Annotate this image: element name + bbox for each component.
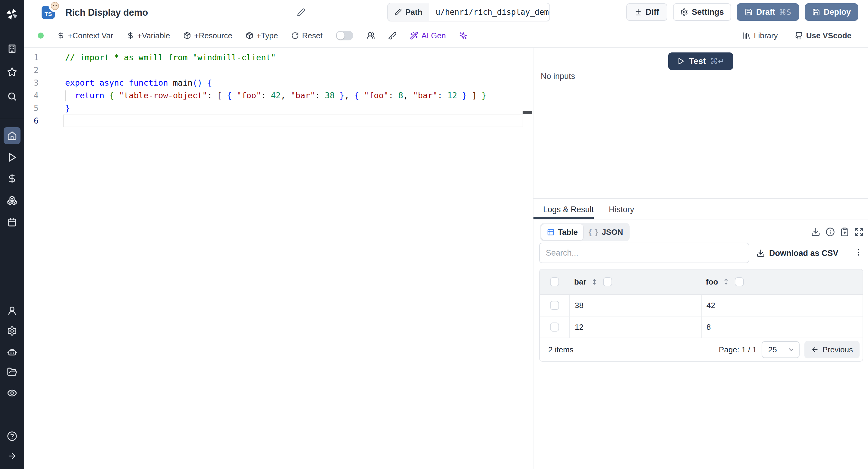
table-cell: 8 xyxy=(701,316,863,338)
code-editor[interactable]: 123456 // import * as wmill from "windmi… xyxy=(24,48,532,469)
sort-icon[interactable] xyxy=(590,278,598,286)
sidebar-item-schedules[interactable] xyxy=(0,217,24,227)
column-checkbox-foo[interactable] xyxy=(735,277,744,286)
ai-sparkles-button[interactable] xyxy=(459,31,467,40)
tab-history[interactable]: History xyxy=(609,202,634,217)
table-row: 128 xyxy=(540,316,863,338)
path-button[interactable]: Path u/henri/rich_display_demo xyxy=(387,3,550,22)
download-csv-button[interactable]: Download as CSV xyxy=(756,247,838,260)
panel-divider[interactable] xyxy=(533,198,868,199)
ai-gen-label: AI Gen xyxy=(421,31,446,40)
reset-button[interactable]: Reset xyxy=(291,31,322,40)
right-panel: Test ⌘↵ No inputs Logs & Result History … xyxy=(533,48,868,469)
dollar-icon xyxy=(127,32,134,39)
download-result-icon[interactable] xyxy=(811,227,820,237)
code-line xyxy=(65,64,523,76)
windmill-logo-icon[interactable] xyxy=(0,8,24,21)
select-all-checkbox[interactable] xyxy=(550,277,559,286)
row-checkbox[interactable] xyxy=(550,301,559,310)
line-number: 6 xyxy=(24,115,38,127)
sidebar-item-home[interactable] xyxy=(0,130,24,141)
sparkles-icon xyxy=(459,31,467,40)
previous-label: Previous xyxy=(823,345,853,354)
format-brush-button[interactable] xyxy=(388,31,397,40)
previous-page-button[interactable]: Previous xyxy=(804,341,860,358)
page-size-select[interactable]: 25 xyxy=(762,341,800,358)
table-cell: 12 xyxy=(569,316,701,338)
diff-icon xyxy=(634,8,642,16)
assistant-toggle[interactable] xyxy=(336,31,353,40)
column-header-bar: bar xyxy=(574,277,586,287)
test-label: Test xyxy=(689,56,706,66)
sidebar-expand-button[interactable] xyxy=(0,451,24,461)
reset-label: Reset xyxy=(302,31,322,40)
settings-button[interactable]: Settings xyxy=(673,3,731,21)
add-variable-button[interactable]: +Variable xyxy=(127,31,170,40)
save-icon xyxy=(812,8,820,16)
page-title: Rich Display demo xyxy=(65,7,148,18)
add-context-var-button[interactable]: +Context Var xyxy=(57,31,113,40)
use-vscode-button[interactable]: Use VScode xyxy=(795,31,851,40)
line-number: 5 xyxy=(24,102,38,115)
view-table-button[interactable]: Table xyxy=(541,224,583,240)
library-button[interactable]: Library xyxy=(742,31,778,40)
collab-users-button[interactable] xyxy=(367,31,375,40)
no-inputs-text: No inputs xyxy=(541,72,575,81)
diff-label: Diff xyxy=(646,7,659,17)
column-checkbox-bar[interactable] xyxy=(603,277,612,286)
deploy-label: Deploy xyxy=(824,7,851,17)
view-json-label: JSON xyxy=(601,227,623,237)
diff-button[interactable]: Diff xyxy=(626,3,667,21)
sidebar-item-workers[interactable] xyxy=(0,347,24,357)
dollar-icon xyxy=(57,32,65,39)
deploy-button[interactable]: Deploy xyxy=(805,3,858,21)
sidebar-item-settings[interactable] xyxy=(0,326,24,336)
path-value: u/henri/rich_display_demo xyxy=(429,3,550,21)
page-indicator: Page: 1 / 1 xyxy=(719,345,757,354)
table-footer: 2 items Page: 1 / 1 25 Previous xyxy=(540,338,863,361)
sidebar-item-users[interactable] xyxy=(0,306,24,316)
add-context-var-label: +Context Var xyxy=(68,31,113,40)
draft-label: Draft xyxy=(756,7,775,17)
gear-icon xyxy=(680,8,688,16)
sidebar-item-search[interactable] xyxy=(0,91,24,101)
table-cell: 38 xyxy=(569,295,701,316)
info-icon[interactable] xyxy=(826,227,835,237)
table-more-menu-button[interactable] xyxy=(854,248,863,258)
test-shortcut: ⌘↵ xyxy=(710,57,724,66)
library-icon xyxy=(742,31,751,40)
add-resource-button[interactable]: +Resource xyxy=(183,31,232,40)
editor-gutter: 123456 xyxy=(24,51,38,127)
draft-button[interactable]: Draft ⌘S xyxy=(737,3,799,21)
download-icon xyxy=(756,249,765,257)
sidebar-item-workspace[interactable] xyxy=(0,44,24,54)
tab-logs-result[interactable]: Logs & Result xyxy=(543,202,594,217)
add-type-label: +Type xyxy=(256,31,278,40)
items-count: 2 items xyxy=(548,345,574,354)
line-number: 2 xyxy=(24,64,38,76)
sidebar-item-audit-logs[interactable] xyxy=(0,388,24,398)
more-vertical-icon xyxy=(854,248,863,257)
sidebar-item-runs[interactable] xyxy=(0,152,24,162)
result-table: bar foo 3842128 2 items Page: 1 / 1 25 xyxy=(539,269,863,362)
script-emoji-icon xyxy=(50,1,60,10)
test-button[interactable]: Test ⌘↵ xyxy=(668,53,733,70)
sidebar-item-resources[interactable] xyxy=(0,195,24,206)
table-search-input[interactable] xyxy=(539,243,749,263)
expand-result-icon[interactable] xyxy=(855,227,864,237)
line-number: 4 xyxy=(24,89,38,102)
clipboard-paste-icon[interactable] xyxy=(840,227,849,237)
view-json-button[interactable]: { } JSON xyxy=(583,224,628,240)
edit-summary-pencil-icon[interactable] xyxy=(297,8,305,18)
sidebar-item-favorites[interactable] xyxy=(0,67,24,77)
add-type-button[interactable]: +Type xyxy=(246,31,278,40)
download-csv-label: Download as CSV xyxy=(769,249,838,258)
play-icon xyxy=(677,57,685,65)
sort-icon[interactable] xyxy=(722,278,730,286)
sidebar-item-variables[interactable] xyxy=(0,174,24,184)
sidebar-item-folders[interactable] xyxy=(0,367,24,377)
sidebar-divider xyxy=(0,119,24,119)
sidebar-item-help[interactable] xyxy=(0,431,24,441)
ai-gen-button[interactable]: AI Gen xyxy=(410,31,446,40)
row-checkbox[interactable] xyxy=(550,322,559,332)
